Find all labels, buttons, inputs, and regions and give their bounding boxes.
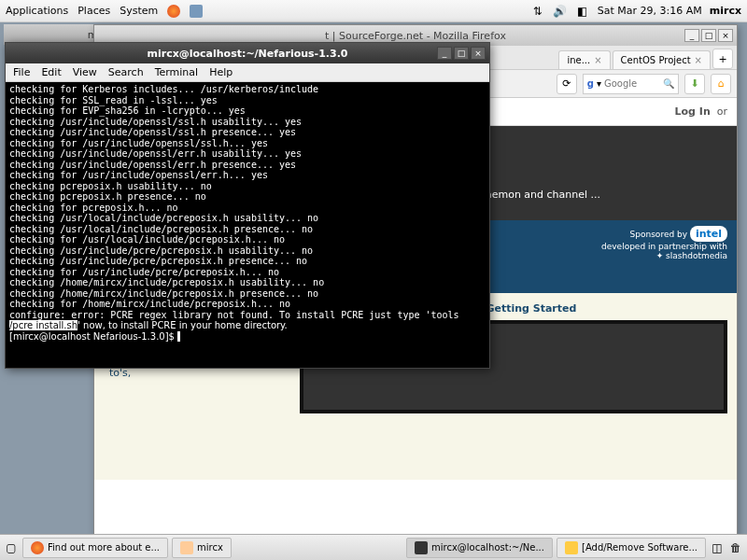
search-engine-icon: g	[587, 78, 594, 89]
maximize-button[interactable]: □	[454, 47, 469, 60]
terminal-icon	[415, 541, 428, 554]
tab-1[interactable]: ine...×	[558, 50, 610, 69]
menu-terminal[interactable]: Terminal	[155, 66, 199, 78]
minimize-button[interactable]: _	[437, 47, 452, 60]
taskbar-item-1[interactable]: Find out more about e...	[22, 538, 168, 558]
firefox-title-text: t | SourceForge.net - Mozilla Firefox	[325, 30, 506, 42]
clock[interactable]: Sat Mar 29, 3:16 AM	[598, 5, 702, 17]
terminal-output[interactable]: checking for Kerberos includes... /usr/k…	[6, 82, 489, 368]
taskbar-label: mircx@localhost:~/Ne...	[431, 542, 544, 553]
login-area: Log In or	[675, 105, 727, 118]
tab-label: ine...	[567, 55, 590, 65]
close-button[interactable]: ×	[718, 29, 733, 42]
terminal-window: mircx@localhost:~/Nefarious-1.3.0 _ □ × …	[5, 42, 490, 369]
top-tray: ⇅ 🔊 ◧ Sat Mar 29, 3:16 AM mircx	[530, 4, 741, 19]
package-icon	[565, 541, 578, 554]
or-text: or	[717, 105, 727, 118]
reload-button[interactable]: ⟳	[557, 74, 577, 94]
taskbar-label: [Add/Remove Software...	[582, 542, 698, 553]
menu-file[interactable]: File	[13, 66, 30, 78]
tab-close-icon[interactable]: ×	[695, 55, 702, 65]
menu-help[interactable]: Help	[209, 66, 233, 78]
home-button[interactable]: ⌂	[711, 74, 731, 94]
firefox-launcher-icon[interactable]	[167, 5, 180, 18]
terminal-window-controls: _ □ ×	[437, 47, 486, 60]
folder-icon	[180, 541, 193, 554]
maximize-button[interactable]: □	[701, 29, 716, 42]
taskbar-label: Find out more about e...	[48, 542, 160, 553]
tab-2[interactable]: CentOS Project×	[613, 50, 711, 69]
menu-system[interactable]: System	[120, 5, 158, 17]
workspace-switcher[interactable]: ◫	[710, 540, 725, 555]
minimize-button[interactable]: _	[684, 29, 699, 42]
gnome-top-panel: Applications Places System ⇅ 🔊 ◧ Sat Mar…	[0, 0, 747, 22]
menu-applications[interactable]: Applications	[6, 5, 68, 17]
firefox-window-controls: _ □ ×	[684, 29, 733, 42]
close-button[interactable]: ×	[471, 47, 486, 60]
tab-close-icon[interactable]: ×	[594, 55, 601, 65]
sponsor-label: Sponsored by	[630, 230, 687, 239]
top-menu-left: Applications Places System	[6, 5, 203, 18]
terminal-title-text: mircx@localhost:~/Nefarious-1.3.0	[147, 48, 347, 60]
menu-edit[interactable]: Edit	[41, 66, 61, 78]
taskbar-item-4[interactable]: [Add/Remove Software...	[557, 538, 706, 558]
search-box[interactable]: g ▾ 🔍	[583, 74, 679, 94]
partner-label: developed in partnership with	[601, 242, 727, 251]
firefox-icon	[31, 541, 44, 554]
taskbar-item-2[interactable]: mircx	[172, 538, 232, 558]
login-link[interactable]: Log In	[675, 105, 711, 118]
search-input[interactable]	[604, 78, 660, 89]
search-icon[interactable]: 🔍	[663, 78, 674, 89]
new-tab-button[interactable]: +	[712, 49, 733, 69]
terminal-menubar: File Edit View Search Terminal Help	[6, 63, 489, 82]
menu-view[interactable]: View	[73, 66, 97, 78]
chevron-down-icon[interactable]: ▾	[597, 78, 601, 89]
network-icon[interactable]: ⇅	[530, 4, 545, 19]
taskbar-item-3[interactable]: mircx@localhost:~/Ne...	[406, 538, 553, 558]
user-menu[interactable]: mircx	[710, 5, 741, 17]
gnome-bottom-panel: ▢ Find out more about e... mircx mircx@l…	[0, 534, 747, 560]
intel-logo: intel	[690, 226, 727, 242]
trash-icon[interactable]: 🗑	[728, 540, 743, 555]
taskbar-label: mircx	[197, 542, 223, 553]
menu-search[interactable]: Search	[108, 66, 144, 78]
volume-icon[interactable]: 🔊	[553, 4, 568, 19]
launcher-icon[interactable]	[190, 5, 203, 18]
sponsor-block: Sponsored by intel developed in partners…	[601, 226, 727, 260]
terminal-titlebar[interactable]: mircx@localhost:~/Nefarious-1.3.0 _ □ ×	[6, 43, 489, 63]
slashdot-logo: ✦ slashdotmedia	[656, 251, 727, 260]
downloads-button[interactable]: ⬇	[684, 74, 705, 94]
tray-icon[interactable]: ◧	[575, 4, 590, 19]
show-desktop-icon[interactable]: ▢	[4, 540, 19, 555]
menu-places[interactable]: Places	[78, 5, 110, 17]
tab-label: CentOS Project	[621, 55, 691, 65]
